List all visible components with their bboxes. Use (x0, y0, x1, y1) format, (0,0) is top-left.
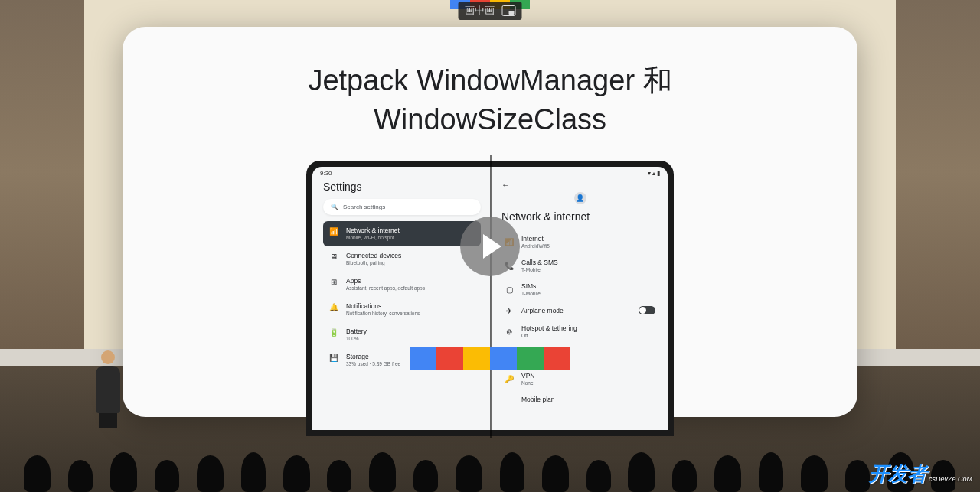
settings-item-icon: ⊞ (329, 278, 338, 286)
detail-row-sub: T-Mobile (521, 267, 655, 273)
settings-item-title: Apps (346, 277, 475, 285)
slide-title-line2: WindowSizeClass (122, 100, 858, 139)
detail-row-icon: 🔑 (505, 375, 514, 383)
detail-row[interactable]: ▢SIMsT-Mobile (501, 278, 658, 301)
tablet-mockup: 9:30 ▾ ▴ ▮ Settings 🔍 Search settings 📶N… (306, 161, 674, 436)
detail-row[interactable]: Mobile plan (501, 391, 658, 408)
detail-row-sub: AndroidWifi5 (521, 243, 655, 249)
slide-title: Jetpack WindowManager 和 WindowSizeClass (122, 61, 858, 140)
status-icons: ▾ ▴ ▮ (648, 170, 660, 177)
detail-row-title: Internet (521, 235, 655, 243)
detail-row-icon: ⊚ (505, 327, 514, 336)
settings-heading: Settings (323, 181, 481, 193)
settings-item-icon: 🔋 (329, 328, 338, 337)
search-icon: 🔍 (331, 204, 338, 210)
settings-item-title: Connected devices (346, 252, 475, 259)
settings-item-icon: 🔔 (329, 303, 338, 311)
pip-icon[interactable] (502, 5, 516, 16)
detail-row-title: Calls & SMS (521, 259, 655, 266)
watermark: 开发者 csDevZe.CoM (869, 461, 972, 487)
search-placeholder: Search settings (343, 204, 385, 210)
settings-item-sub: 100% (346, 336, 475, 342)
detail-row-title: VPN (521, 372, 655, 380)
settings-item-sub: Bluetooth, pairing (346, 260, 475, 266)
profile-avatar[interactable]: 👤 (574, 192, 586, 204)
video-play-button[interactable] (460, 217, 520, 276)
settings-item[interactable]: 📶Network & internetMobile, Wi-Fi, hotspo… (323, 221, 481, 246)
settings-item-title: Battery (346, 327, 475, 335)
settings-item-icon: 📶 (329, 227, 338, 236)
settings-left-pane: Settings 🔍 Search settings 📶Network & in… (312, 167, 490, 430)
detail-row-icon: ✈ (505, 307, 514, 315)
settings-item[interactable]: 🔔NotificationsNotification history, conv… (323, 297, 481, 322)
detail-row-sub: None (521, 380, 655, 386)
watermark-sub: csDevZe.CoM (929, 475, 972, 483)
detail-row-title: Airplane mode (521, 307, 631, 314)
detail-row-sub: Off (521, 333, 655, 339)
detail-row[interactable]: 🔑VPNNone (501, 367, 658, 391)
detail-row-icon: ▢ (505, 285, 514, 294)
detail-row-title: SIMs (521, 282, 655, 290)
status-time: 9:30 (320, 170, 332, 177)
detail-row[interactable]: ⊚Hotspot & tetheringOff (501, 320, 658, 344)
settings-item[interactable]: ⊞AppsAssistant, recent apps, default app… (323, 272, 481, 297)
slide-title-line1: Jetpack WindowManager 和 (122, 61, 858, 100)
detail-row[interactable]: ✈Airplane mode (501, 301, 658, 320)
stage-background: 画中画 Jetpack WindowManager 和 WindowSizeCl… (0, 0, 980, 492)
google-colors-bottom (410, 347, 570, 370)
pip-overlay-bar[interactable]: 画中画 (459, 2, 522, 20)
audience-silhouettes (0, 438, 980, 492)
toggle-switch[interactable] (639, 306, 655, 314)
settings-item-title: Network & internet (346, 226, 475, 234)
pip-label: 画中画 (465, 4, 495, 18)
detail-row[interactable]: 📶InternetAndroidWifi5 (501, 230, 658, 254)
detail-row-sub: T-Mobile (521, 291, 655, 297)
settings-item-icon: 🖥 (329, 253, 338, 261)
detail-heading: Network & internet (501, 210, 658, 223)
settings-item[interactable]: 🔋Battery100% (323, 322, 481, 347)
tablet-fold-line (490, 155, 492, 438)
settings-item-sub: Notification history, conversations (346, 311, 475, 317)
presenter-silhouette (92, 350, 124, 427)
detail-row-title: Mobile plan (521, 396, 655, 403)
battery-icon: ▮ (657, 170, 660, 177)
settings-right-pane: ← 👤 Network & internet 📶InternetAndroidW… (490, 167, 668, 430)
settings-item[interactable]: 🖥Connected devicesBluetooth, pairing (323, 246, 481, 272)
settings-item-title: Notifications (346, 302, 475, 310)
detail-row-title: Hotspot & tethering (521, 324, 655, 332)
settings-item-icon: 💾 (329, 354, 338, 362)
search-input[interactable]: 🔍 Search settings (323, 199, 481, 215)
play-icon (483, 234, 501, 259)
settings-item-sub: Mobile, Wi-Fi, hotspot (346, 235, 475, 241)
watermark-main: 开发者 (869, 461, 926, 487)
wifi-icon: ▾ (648, 170, 651, 177)
detail-row[interactable]: 📞Calls & SMST-Mobile (501, 254, 658, 278)
settings-item-sub: Assistant, recent apps, default apps (346, 285, 475, 292)
back-icon[interactable]: ← (501, 181, 509, 189)
signal-icon: ▴ (652, 170, 655, 177)
